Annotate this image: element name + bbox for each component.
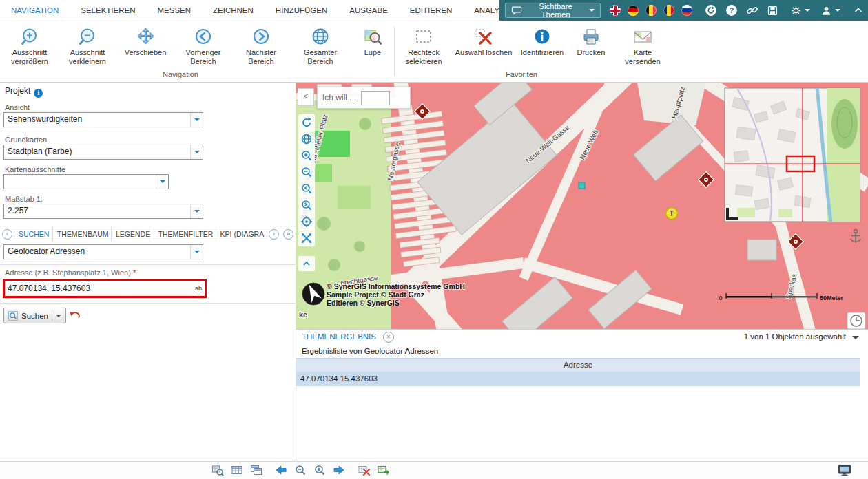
menu-tab-navigation[interactable]: NAVIGATION [0,0,70,21]
table-icon[interactable] [230,463,244,477]
previous-extent-button[interactable]: Vorheriger Bereich [175,25,231,66]
save-icon[interactable] [766,3,779,17]
select-rectangle-button[interactable]: Rechteck selektieren [395,25,453,66]
chevron-down-icon[interactable] [190,245,203,259]
monitor-icon[interactable] [838,463,851,477]
zoom-out-record-icon[interactable] [293,463,307,477]
flag-de-icon[interactable] [628,5,639,16]
svg-text:Sample Project © Stadt Graz: Sample Project © Stadt Graz [327,290,424,299]
help-icon[interactable]: ? [725,3,738,17]
tab-scroll-right-icon[interactable]: › [269,229,279,240]
ich-will-input[interactable] [361,91,390,105]
refresh-icon[interactable] [298,114,315,131]
zoom-out-icon[interactable] [298,164,315,180]
app-root: NAVIGATION SELEKTIEREN MESSEN ZEICHNEN H… [0,0,868,479]
tab-themenfilter[interactable]: THEMENFILTER [154,226,216,242]
next-extent-button[interactable]: Nächster Bereich [233,25,289,66]
language-flags [606,5,696,16]
ansicht-select[interactable]: Sehenswürdigkeiten [3,112,203,127]
table-row[interactable]: 47.070134 15.437603 [296,372,860,386]
select-rectangle-icon [395,25,453,48]
zoom-previous-icon[interactable] [298,180,315,197]
pan-arrows-icon [117,25,174,48]
chevron-down-icon[interactable] [190,204,203,218]
tab-scroll-left-icon[interactable]: ‹ [2,229,12,240]
zoom-in-icon[interactable] [298,147,315,164]
zoom-in-record-icon[interactable] [313,463,327,477]
map-area: T Hauptplatz Neue-Welt-Gasse Neue Welt K… [296,83,868,329]
menu-tab-hinzufuegen[interactable]: HINZUFÜGEN [265,0,338,21]
clear-selection-button[interactable]: Auswahl löschen [455,25,513,57]
kartenausschnitte-label: Kartenausschnitte [5,165,65,173]
menu-tab-selektieren[interactable]: SELEKTIEREN [70,0,146,21]
chevron-down-icon[interactable] [852,336,859,343]
export-table-icon[interactable] [376,463,390,477]
chevron-down-icon[interactable] [190,113,203,127]
history-clock-icon[interactable] [847,312,865,329]
ab-locate-icon[interactable]: ab [195,285,202,292]
zoom-next-icon[interactable] [298,197,315,213]
menu-tab-zeichnen[interactable]: ZEICHNEN [202,0,265,21]
city-map[interactable]: T Hauptplatz Neue-Welt-Gasse Neue Welt K… [296,83,868,329]
send-map-envelope-icon [617,25,668,48]
tab-themenergebnis[interactable]: THEMENERGEBNIS [302,332,376,341]
chevron-down-icon [56,315,61,320]
back-refresh-icon[interactable] [704,3,718,17]
identify-button[interactable]: Identifizieren [518,25,566,57]
tab-scroll-more-icon[interactable]: » [283,229,293,240]
pan-button[interactable]: Verschieben [117,25,174,57]
menu-tab-messen[interactable]: MESSEN [146,0,202,21]
close-icon[interactable]: × [383,332,394,343]
top-menubar: NAVIGATION SELEKTIEREN MESSEN ZEICHNEN H… [0,0,868,21]
chevron-down-icon[interactable] [156,175,168,189]
magnifier-button[interactable]: Lupe [352,25,393,57]
undo-search-icon[interactable] [69,309,81,321]
overview-map[interactable] [725,88,860,222]
hauptplatz-plaza [637,83,706,125]
clear-table-icon[interactable] [357,463,371,477]
column-header-adresse[interactable]: Adresse [296,358,860,372]
tab-suchen[interactable]: SUCHEN [14,226,53,242]
pan-mode-icon[interactable] [298,230,315,246]
previous-record-icon[interactable] [274,463,288,477]
chevron-down-icon[interactable] [190,145,203,159]
settings-gear-icon[interactable] [789,3,803,17]
menu-tab-ausgabe[interactable]: AUSGABE [338,0,399,21]
kartenausschnitte-select[interactable] [3,174,169,189]
zoom-in-extent-button[interactable]: Ausschnitt vergrößern [1,25,58,66]
massstab-select[interactable]: 2.257 [3,204,203,219]
tab-legende[interactable]: LEGENDE [112,226,154,242]
full-extent-button[interactable]: Gesamter Bereich [292,25,349,66]
user-icon[interactable] [820,3,833,17]
copy-table-icon[interactable] [249,463,263,477]
tab-themenbaum[interactable]: THEMENBAUM [53,226,112,242]
collapse-topbar-icon[interactable] [851,3,865,17]
project-info-icon[interactable]: i [34,89,43,98]
visible-themes-button[interactable]: Sichtbare Themen [505,3,601,18]
send-map-button[interactable]: Karte versenden [617,25,668,66]
link-icon[interactable] [745,3,759,17]
map-tools [298,114,315,246]
flag-ru-icon[interactable] [681,5,692,16]
print-button[interactable]: Drucken [567,25,615,57]
search-button[interactable]: Suchen [3,308,66,323]
grundkarten-select[interactable]: Stadtplan (Farbe) [3,145,203,160]
geolocator-select[interactable]: Geolocator Adressen [3,244,203,259]
globe-icon[interactable] [298,131,315,147]
menu-tab-editieren[interactable]: EDITIEREN [399,0,463,21]
zoom-out-extent-button[interactable]: Ausschnitt verkleinern [59,25,116,66]
ich-will-widget[interactable]: Ich will ... [317,87,411,109]
next-record-icon[interactable] [332,463,346,477]
zoom-to-result-icon[interactable] [211,463,225,477]
collapse-sidebar-icon[interactable]: < [298,88,314,106]
flag-ro-icon[interactable] [663,5,674,16]
address-input[interactable] [5,284,192,293]
tab-kpi-diagramm[interactable]: KPI (DIAGRA [216,226,267,242]
collapse-tools-icon[interactable] [298,256,315,271]
flag-uk-icon[interactable] [610,5,621,16]
flag-be-icon[interactable] [645,5,657,16]
speech-bubble-icon [511,5,522,16]
identify-info-icon [518,25,566,48]
sidebar-tabstrip: ‹ SUCHEN THEMENBAUM LEGENDE THEMENFILTER… [0,226,296,242]
center-map-icon[interactable] [298,213,315,230]
